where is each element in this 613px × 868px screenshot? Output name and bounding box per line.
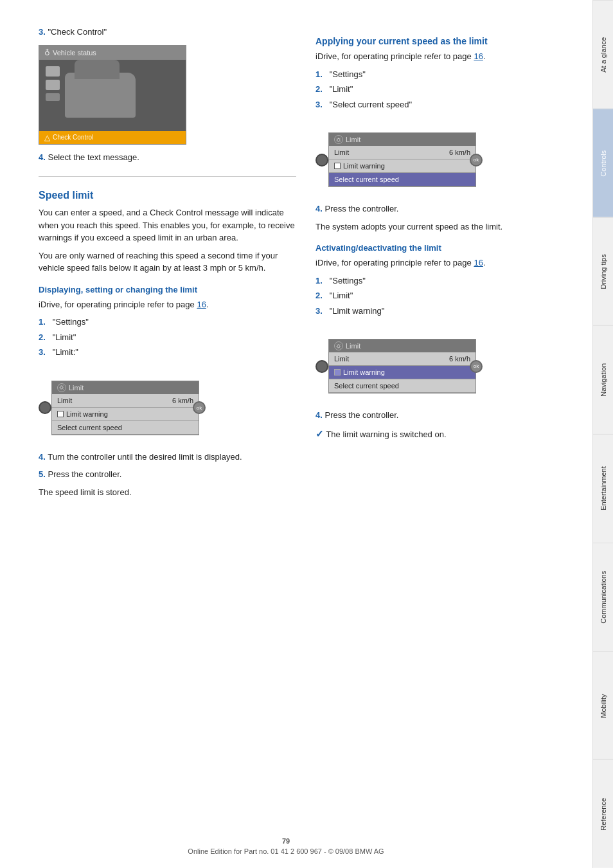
tab-driving-tips[interactable]: Driving tips xyxy=(593,217,613,326)
step3-num: 3. xyxy=(39,27,46,37)
page-footer: 79 Online Edition for Part no. 01 41 2 6… xyxy=(0,837,572,855)
subsection1-title: Displaying, setting or changing the limi… xyxy=(39,285,296,294)
idrive-page-link2[interactable]: 16 xyxy=(474,51,483,61)
tab-navigation[interactable]: Navigation xyxy=(593,325,613,434)
screen-knob1[interactable] xyxy=(39,401,51,414)
limit-checkbox1 xyxy=(57,411,64,417)
step2-item: 2. "Limit" xyxy=(39,331,296,344)
right2-step4-num: 4. xyxy=(315,410,323,420)
step4b-label: 4. Turn the controller until the desired… xyxy=(39,451,296,464)
car-roof xyxy=(75,60,120,79)
right2-step4-label: 4. Press the controller. xyxy=(315,409,573,422)
vehicle-screen-footer: △ Check Control xyxy=(39,131,186,144)
limit-row3-limit: Limit 6 km/h xyxy=(329,352,475,366)
limit-icon2: ⛭ xyxy=(334,135,343,144)
right-column: Applying your current speed as the limit… xyxy=(315,26,573,503)
limit-row2-warning: Limit warning xyxy=(329,159,475,173)
step4b-num: 4. xyxy=(39,452,46,462)
idrive-ref2: iDrive, for operating principle refer to… xyxy=(315,257,573,269)
limit-row2-select-active: Select current speed xyxy=(329,173,475,186)
tab-reference[interactable]: Reference xyxy=(593,759,613,868)
columns: 3. "Check Control" ♁ Vehicle status xyxy=(39,26,573,503)
limit-screen2-header: ⛭ Limit xyxy=(329,133,475,146)
limit-row1-limit: Limit 6 km/h xyxy=(52,394,199,408)
tab-communications[interactable]: Communications xyxy=(593,543,613,651)
icon-3 xyxy=(46,93,60,101)
activating-title: Activating/deactivating the limit xyxy=(315,243,573,253)
right2-step2-item: 2. "Limit" xyxy=(315,289,573,302)
screen-ok-btn2[interactable]: ok xyxy=(470,154,483,167)
step1-item: 1. "Settings" xyxy=(39,316,296,329)
left-column: 3. "Check Control" ♁ Vehicle status xyxy=(39,26,296,503)
divider xyxy=(39,176,296,177)
sidebar-tabs: At a glance Controls Driving tips Naviga… xyxy=(592,0,613,868)
limit-checkbox2 xyxy=(334,163,341,169)
limit-checkbox3 xyxy=(334,369,341,375)
screen-knob2[interactable] xyxy=(315,154,328,167)
result2-label: ✓ The limit warning is switched on. xyxy=(315,427,573,442)
tab-entertainment[interactable]: Entertainment xyxy=(593,434,613,543)
car-silhouette xyxy=(65,73,136,118)
intro-p1: You can enter a speed, and a Check Contr… xyxy=(39,206,296,244)
tab-at-a-glance[interactable]: At a glance xyxy=(593,0,613,109)
limit-screen-3: ⛭ Limit Limit 6 km/h Limit warning Se xyxy=(328,339,476,393)
warning-icon: △ xyxy=(44,133,50,142)
right-step4-num: 4. xyxy=(315,204,323,213)
intro-p2: You are only warned of reaching this spe… xyxy=(39,249,296,275)
screen-knob3[interactable] xyxy=(315,360,328,373)
result-right: The system adopts your current speed as … xyxy=(315,221,573,233)
check-icon: ✓ xyxy=(315,428,324,439)
limit-icon1: ⛭ xyxy=(57,383,66,392)
limit-screen3-header: ⛭ Limit xyxy=(329,339,475,352)
idrive-ref-right: iDrive, for operating principle refer to… xyxy=(315,50,573,63)
tab-controls[interactable]: Controls xyxy=(593,109,613,217)
right-step3-item: 3. "Select current speed" xyxy=(315,98,573,111)
icon-2 xyxy=(46,80,60,90)
step3-item: 3. "Limit:" xyxy=(39,346,296,359)
limit-icon3: ⛭ xyxy=(334,341,343,350)
idrive-page-link1[interactable]: 16 xyxy=(197,300,206,309)
right-step2-item: 2. "Limit" xyxy=(315,83,573,96)
vehicle-icons xyxy=(46,66,60,101)
limit-screen1-container: ⛭ Limit Limit 6 km/h Limit warning Se xyxy=(45,373,199,443)
screen-ok-btn1[interactable]: ok xyxy=(193,401,206,414)
limit-screen2-container: ⛭ Limit Limit 6 km/h Limit warning Se xyxy=(322,125,476,195)
limit-row2-limit: Limit 6 km/h xyxy=(329,146,475,159)
limit-screen1-header: ⛭ Limit xyxy=(52,381,199,394)
vehicle-screen-header: ♁ Vehicle status xyxy=(39,46,186,60)
result1: The speed limit is stored. xyxy=(39,486,296,499)
right2-step3-item: 3. "Limit warning" xyxy=(315,305,573,318)
applying-speed-title: Applying your current speed as the limit xyxy=(315,36,573,46)
steps1-list: 1. "Settings" 2. "Limit" 3. "Limit:" xyxy=(39,316,296,359)
vehicle-screen-inner: ♁ Vehicle status xyxy=(39,46,186,144)
step5-label: 5. Press the controller. xyxy=(39,468,296,481)
limit-row3-select: Select current speed xyxy=(329,379,475,393)
screen-ok-btn3[interactable]: ok xyxy=(470,360,483,373)
main-content: 3. "Check Control" ♁ Vehicle status xyxy=(0,0,592,868)
speed-limit-title: Speed limit xyxy=(39,190,296,201)
idrive-page-link3[interactable]: 16 xyxy=(474,258,483,267)
limit-row1-warning: Limit warning xyxy=(52,408,199,421)
page-wrapper: 3. "Check Control" ♁ Vehicle status xyxy=(0,0,613,868)
vehicle-screen-body xyxy=(39,60,186,131)
limit-screen3-container: ⛭ Limit Limit 6 km/h Limit warning Se xyxy=(322,331,476,401)
limit-screen-2: ⛭ Limit Limit 6 km/h Limit warning Se xyxy=(328,132,476,187)
right2-step1-item: 1. "Settings" xyxy=(315,275,573,287)
steps-right-list: 1. "Settings" 2. "Limit" 3. "Select curr… xyxy=(315,68,573,111)
limit-screen-1: ⛭ Limit Limit 6 km/h Limit warning Se xyxy=(51,381,199,435)
right-step1-item: 1. "Settings" xyxy=(315,68,573,81)
icon-1 xyxy=(46,66,60,77)
idrive-ref1: iDrive, for operating principle refer to… xyxy=(39,298,296,311)
step4-num: 4. xyxy=(39,152,46,162)
steps2-right-list: 1. "Settings" 2. "Limit" 3. "Limit warni… xyxy=(315,275,573,318)
step4-label: 4. Select the text message. xyxy=(39,151,296,164)
step3-label: 3. "Check Control" xyxy=(39,26,296,39)
vehicle-status-screen: ♁ Vehicle status xyxy=(39,45,186,145)
limit-row3-warning-active: Limit warning xyxy=(329,366,475,379)
page-number: 79 xyxy=(0,837,572,845)
right-step4-label: 4. Press the controller. xyxy=(315,203,573,215)
footer-text: Online Edition for Part no. 01 41 2 600 … xyxy=(0,847,572,855)
step5-num: 5. xyxy=(39,469,46,479)
tab-mobility[interactable]: Mobility xyxy=(593,651,613,760)
limit-row1-select: Select current speed xyxy=(52,421,199,435)
